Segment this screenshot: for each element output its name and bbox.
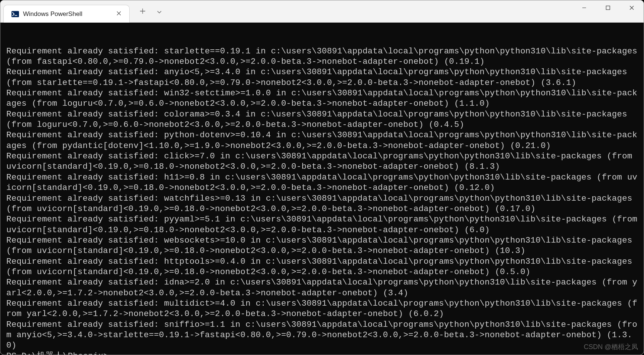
terminal-line: Requirement already satisfied: starlette… xyxy=(6,46,640,67)
terminal-line: Requirement already satisfied: websocket… xyxy=(6,235,640,256)
new-tab-button[interactable] xyxy=(137,6,148,18)
terminal-window: Windows PowerShell Requiremen xyxy=(0,0,644,355)
terminal-line: Requirement already satisfied: sniffio>=… xyxy=(6,319,640,351)
tab-title: Windows PowerShell xyxy=(23,10,111,18)
minimize-button[interactable] xyxy=(572,0,596,15)
titlebar: Windows PowerShell xyxy=(0,0,644,23)
tab-dropdown-button[interactable] xyxy=(154,6,165,18)
terminal-line: Requirement already satisfied: click>=7.… xyxy=(6,151,640,172)
powershell-icon xyxy=(11,10,19,18)
terminal-line: Requirement already satisfied: win32-set… xyxy=(6,88,640,109)
watermark: CSDN @栖梧之凤 xyxy=(584,342,638,351)
terminal-line: Requirement already satisfied: h11>=0.8 … xyxy=(6,172,640,193)
tab-powershell[interactable]: Windows PowerShell xyxy=(3,5,130,23)
svg-rect-0 xyxy=(12,11,19,17)
terminal-line: Requirement already satisfied: watchfile… xyxy=(6,193,640,214)
terminal-line: Requirement already satisfied: anyio<5,>… xyxy=(6,67,640,88)
close-button[interactable] xyxy=(620,0,644,15)
window-controls xyxy=(572,0,644,15)
terminal-line: Requirement already satisfied: multidict… xyxy=(6,298,640,319)
tab-close-button[interactable] xyxy=(114,10,123,19)
terminal-line: Requirement already satisfied: python-do… xyxy=(6,130,640,151)
terminal-line: Requirement already satisfied: httptools… xyxy=(6,256,640,277)
prompt-line[interactable]: PS D:\机器人\Phoenix> xyxy=(6,351,640,355)
svg-rect-1 xyxy=(606,6,610,10)
terminal-line: Requirement already satisfied: colorama>… xyxy=(6,109,640,130)
terminal-line: Requirement already satisfied: pyyaml>=5… xyxy=(6,214,640,235)
tab-actions xyxy=(130,0,165,23)
terminal-line: Requirement already satisfied: idna>=2.0… xyxy=(6,277,640,298)
maximize-button[interactable] xyxy=(596,0,620,15)
terminal-output[interactable]: Requirement already satisfied: starlette… xyxy=(0,23,644,355)
